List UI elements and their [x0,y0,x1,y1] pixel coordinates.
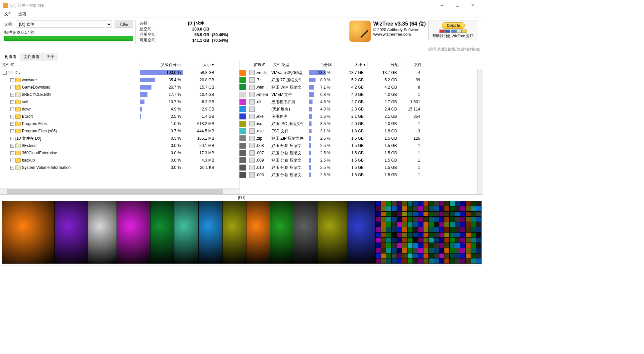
treemap-block[interactable] [223,201,246,263]
tree-row[interactable]: -D:\100.0 %58.8 GB [0,69,239,76]
ext-row[interactable]: .009好压 分卷 压缩文2.5 %1.5 GB1.5 GB1 [239,157,477,164]
expand-toggle[interactable]: + [10,86,14,89]
tree-row[interactable]: +backup0.0 %4.3 MB [0,157,239,164]
treemap-block[interactable] [150,201,174,263]
hdr-ext-size[interactable]: 大小 ▾ [334,61,368,69]
expand-toggle[interactable]: + [10,166,14,170]
tree-row[interactable]: +BtSoft2.5 %1.4 GB [0,113,239,120]
ext-row[interactable]: .008好压 分卷 压缩文2.5 %1.5 GB1.5 GB1 [239,142,477,149]
tree-row[interactable]: +$Extend0.0 %20.1 MB [0,142,239,149]
tab-files[interactable]: 文件查看 [20,53,43,61]
expand-toggle[interactable]: + [10,129,14,133]
ext-name: .007 [256,151,264,155]
ext-alloc: 1.5 GB [366,151,399,155]
ext-row[interactable]: .zip好压 ZIP 压缩文件2.5 %1.5 GB1.5 GB126 [239,135,477,142]
ext-alloc: 2.4 GB [366,107,399,111]
treemap-block[interactable] [246,201,270,263]
ext-row[interactable]: .iso好压 ISO 压缩文件3.5 %2.0 GB2.0 GB1 [239,120,477,127]
treemap-block[interactable] [55,201,88,263]
size-value: 2.9 GB [183,107,216,111]
total-label: 总空间: [139,26,183,32]
treemap-block[interactable] [376,201,481,263]
tab-about[interactable]: 关于 [43,53,58,61]
scan-button[interactable]: 扫描 [115,21,133,28]
tree-row[interactable]: +down4.9 %2.9 GB [0,106,239,113]
ext-row[interactable]: (无扩展名)4.0 %2.3 GB2.4 GB15,114 [239,106,477,113]
maximize-button[interactable]: ☐ [450,0,465,10]
ext-name: .iso [256,121,262,126]
expand-toggle[interactable]: + [10,107,14,111]
ext-row[interactable]: .wim好压 WIM 压缩文7.1 %4.2 GB4.2 GB8 [239,84,477,91]
treemap-block[interactable] [294,201,318,263]
filetype-icon [249,121,255,126]
treemap-block[interactable] [88,201,117,263]
expand-toggle[interactable]: + [10,115,14,118]
ext-row[interactable]: .esdESD 文件3.1 %1.8 GB1.8 GB3 [239,127,477,135]
ext-row[interactable]: .vmemVMEM 文件6.8 %4.0 GB4.0 GB1 [239,91,477,98]
hdr-files[interactable]: 文件 [401,61,424,69]
ext-row[interactable]: .007好压 分卷 压缩文2.5 %1.5 GB1.5 GB1 [239,149,477,157]
website-link[interactable]: www.wiztreefree.com [373,32,426,37]
hdr-folder[interactable]: 文件夹 [0,61,140,69]
treemap-block[interactable] [270,201,294,263]
tree-row[interactable]: +wmware35.4 %20.8 GB [0,76,239,84]
tree-row[interactable]: +[10 文件在 D:\]0.3 %165.1 MB [0,135,239,142]
expand-toggle[interactable]: + [10,100,14,104]
menu-options[interactable]: 选项 [16,11,29,18]
ext-row[interactable]: .003好压 分卷 压缩文2.5 %1.5 GB1.5 GB1 [239,171,477,178]
hdr-type[interactable]: 文件类型 [271,61,311,69]
expand-toggle[interactable]: + [10,93,14,97]
hdr-size[interactable]: 大小 ▾ [183,61,216,69]
close-button[interactable]: ✕ [465,0,480,10]
ext-color-swatch [239,77,246,83]
v-scrollbar[interactable] [477,69,483,194]
pct-value: 2.5 % [171,114,181,119]
tree-row[interactable]: +Program Files (x86)0.7 %444.5 MB [0,127,239,135]
hdr-alloc[interactable]: 分配 [368,61,401,69]
expand-toggle[interactable]: + [10,144,14,148]
ext-row[interactable]: .010好压 分卷 压缩文2.5 %1.5 GB1.5 GB1 [239,164,477,171]
copyright: © 2020 Antibody Software [373,28,426,32]
free-pct: (70.54%) [209,38,236,43]
tree-row[interactable]: +Program Files1.0 %618.2 MB [0,120,239,127]
tab-tree[interactable]: 树查看 [1,53,20,61]
ext-size: 1.8 GB [332,129,366,133]
expand-toggle[interactable]: + [10,159,14,162]
treemap-block[interactable] [2,201,55,263]
hdr-pct[interactable]: 百分比 [311,61,334,69]
hdr-ext[interactable]: 扩展名 [248,61,271,69]
expand-toggle[interactable]: + [10,137,14,140]
treemap-block[interactable] [318,201,347,263]
ext-row[interactable]: .vmdkVMware 虚拟磁盘23.3 %13.7 GB13.7 GB4 [239,69,477,76]
treemap-block[interactable] [117,201,150,263]
tree-row[interactable]: +System Volume Information0.0 %20.1 KB [0,164,239,171]
size-value: 58.8 GB [183,70,216,75]
tree-row[interactable]: +360CloudEnterprise0.0 %17.3 MB [0,149,239,157]
ext-color-swatch [239,70,246,76]
menu-file[interactable]: 文件 [2,11,15,18]
tree-row[interactable]: +$RECYCLE.BIN17.7 %10.4 GB [0,91,239,98]
ext-row[interactable]: .7z好压 7Z 压缩文件8.9 %5.2 GB5.2 GB99 [239,76,477,84]
treemap[interactable] [2,201,482,264]
drive-select[interactable]: [D:] 软件 [16,21,112,28]
treemap-block[interactable] [174,201,198,263]
ext-color-swatch [239,113,246,119]
expand-toggle[interactable]: - [3,71,7,75]
tree-row[interactable]: +GameDownload26.7 %15.7 GB [0,84,239,91]
ext-row[interactable]: .dll应用程序扩展4.6 %2.7 GB2.7 GB1,501 [239,98,477,106]
treemap-block[interactable] [199,201,223,263]
ext-pct: 8.9 % [320,78,330,82]
expand-toggle[interactable]: + [10,78,14,82]
toolbar: 选择: [D:] 软件 扫描 扫描完成 0.17 秒 选择:[D:] 软件 总空… [0,18,483,46]
minimize-button[interactable]: ─ [434,0,450,10]
donate-button[interactable]: Donate [442,22,465,29]
h-scrollbar[interactable] [0,188,239,194]
treemap-block[interactable] [347,201,376,263]
ext-type: (无扩展名) [269,106,309,112]
expand-toggle[interactable]: + [10,151,14,155]
hdr-parent-pct[interactable]: 父级百分比 [140,61,183,69]
expand-toggle[interactable]: + [10,122,14,126]
ext-row[interactable]: .exe应用程序3.6 %2.1 GB2.1 GB354 [239,113,477,120]
size-value: 444.5 MB [183,129,216,133]
tree-row[interactable]: +soft10.7 %6.3 GB [0,98,239,106]
